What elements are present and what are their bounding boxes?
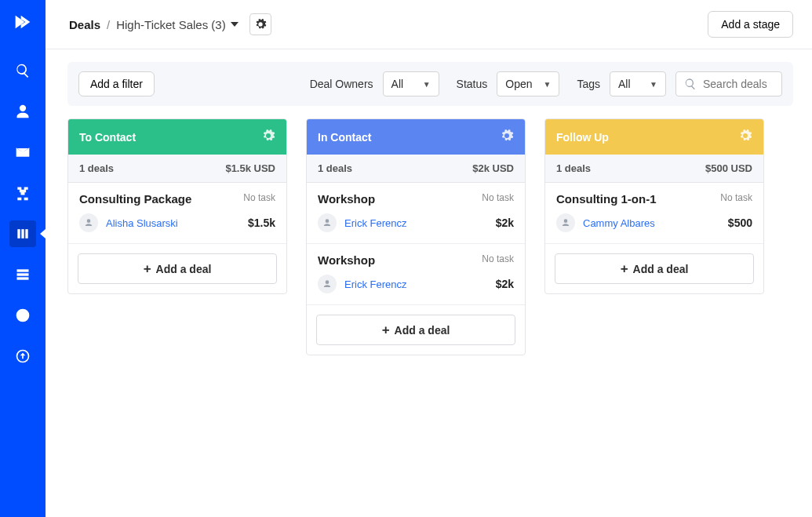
tags-label: Tags — [577, 78, 600, 90]
deal-owner-link[interactable]: Erick Ferencz — [344, 279, 406, 290]
deal-title: Consulting 1-on-1 — [556, 192, 657, 206]
deal-task-status: No task — [243, 192, 275, 203]
stage-deal-count: 1 deals — [556, 162, 591, 174]
search-deals-box[interactable] — [675, 71, 782, 96]
add-deal-button[interactable]: + Add a deal — [555, 253, 754, 284]
stage-header: In Contact — [307, 119, 525, 155]
deal-owner-link[interactable]: Erick Ferencz — [344, 217, 406, 229]
deal-owner: Erick Ferencz — [318, 213, 406, 232]
avatar — [556, 213, 575, 232]
filter-bar: Add a filter Deal Owners All ▼ Status Op… — [67, 62, 793, 106]
breadcrumb-current: High-Ticket Sales (3) — [116, 18, 225, 31]
deal-task-status: No task — [482, 192, 514, 203]
deal-title: Workshop — [318, 253, 375, 267]
stage-settings-button[interactable] — [738, 129, 752, 145]
svg-rect-2 — [25, 229, 27, 238]
add-deal-label: Add a deal — [633, 263, 689, 275]
stage-header: Follow Up — [545, 119, 763, 155]
stage-column: Follow Up 1 deals $500 USD Consulting 1-… — [544, 118, 764, 294]
stage-deal-count: 1 deals — [318, 162, 352, 174]
deal-task-status: No task — [482, 253, 514, 264]
chevron-down-icon — [231, 20, 239, 28]
chevron-down-icon: ▼ — [423, 80, 431, 89]
campaigns-icon[interactable] — [9, 139, 36, 166]
deal-owner-link[interactable]: Alisha Slusarski — [106, 217, 178, 229]
search-icon — [684, 78, 697, 90]
avatar — [318, 213, 337, 232]
add-deal-label: Add a deal — [395, 324, 450, 337]
sidebar — [0, 0, 46, 517]
breadcrumb-root[interactable]: Deals — [69, 18, 100, 31]
stage-summary: 1 deals $1.5k USD — [68, 155, 286, 183]
stage-summary: 1 deals $500 USD — [545, 155, 763, 183]
automations-icon[interactable] — [9, 180, 36, 206]
app-logo — [12, 11, 34, 35]
add-filter-button[interactable]: Add a filter — [78, 71, 155, 96]
svg-rect-3 — [17, 269, 29, 271]
tags-select[interactable]: All ▼ — [610, 71, 666, 96]
lists-icon[interactable] — [9, 261, 36, 288]
deal-owner: Cammy Albares — [556, 213, 655, 232]
reports-icon[interactable] — [9, 302, 36, 329]
breadcrumb: Deals / High-Ticket Sales (3) — [69, 13, 271, 35]
deal-owner-link[interactable]: Cammy Albares — [583, 217, 655, 229]
status-label: Status — [457, 78, 488, 90]
add-deal-label: Add a deal — [156, 263, 212, 275]
stage-total: $1.5k USD — [225, 162, 275, 174]
breadcrumb-separator: / — [107, 18, 110, 31]
chevron-down-icon: ▼ — [650, 80, 657, 89]
chevron-down-icon: ▼ — [544, 80, 552, 89]
plus-icon: + — [382, 323, 390, 337]
deal-card[interactable]: Consulting Package No task Alisha Slusar… — [68, 183, 286, 244]
stage-summary: 1 deals $2k USD — [307, 155, 525, 183]
deal-card[interactable]: Workshop No task Erick Ferencz $2k — [307, 244, 525, 305]
stage-settings-button[interactable] — [261, 129, 275, 145]
deal-owners-label: Deal Owners — [310, 78, 373, 90]
topbar: Deals / High-Ticket Sales (3) Add a stag… — [46, 0, 812, 49]
stage-deal-count: 1 deals — [79, 162, 114, 174]
stage-total: $500 USD — [705, 162, 752, 174]
stage-settings-button[interactable] — [500, 129, 514, 145]
avatar — [318, 275, 337, 293]
deal-title: Consulting Package — [79, 192, 191, 206]
svg-rect-5 — [17, 277, 29, 279]
plus-icon: + — [144, 262, 151, 275]
avatar — [79, 213, 98, 232]
svg-rect-4 — [17, 273, 29, 275]
add-deal-button[interactable]: + Add a deal — [316, 315, 515, 345]
search-icon[interactable] — [9, 57, 36, 84]
pipeline-switcher[interactable]: High-Ticket Sales (3) — [116, 18, 238, 31]
stage-title: Follow Up — [556, 131, 609, 144]
search-input[interactable] — [703, 78, 774, 90]
upload-icon[interactable] — [9, 343, 36, 370]
stage-header: To Contact — [68, 119, 286, 155]
svg-rect-1 — [21, 229, 24, 238]
deal-card[interactable]: Consulting 1-on-1 No task Cammy Albares … — [545, 183, 763, 244]
deal-amount: $2k — [496, 217, 514, 229]
deal-task-status: No task — [720, 192, 752, 203]
stage-total: $2k USD — [472, 162, 514, 174]
deal-amount: $1.5k — [248, 217, 275, 229]
main: Deals / High-Ticket Sales (3) Add a stag… — [46, 0, 812, 517]
status-select[interactable]: Open ▼ — [497, 71, 559, 96]
deals-icon[interactable] — [9, 220, 36, 247]
deal-amount: $2k — [496, 278, 514, 290]
contacts-icon[interactable] — [9, 98, 36, 125]
stage-column: In Contact 1 deals $2k USD Workshop No t… — [306, 118, 526, 355]
stage-title: To Contact — [79, 131, 136, 144]
deal-owners-select[interactable]: All ▼ — [383, 71, 439, 96]
deal-title: Workshop — [318, 192, 375, 206]
svg-rect-0 — [17, 229, 20, 238]
pipeline-settings-button[interactable] — [249, 13, 271, 35]
add-stage-button[interactable]: Add a stage — [708, 11, 793, 38]
gear-icon — [254, 18, 267, 31]
deal-amount: $500 — [728, 217, 752, 229]
deal-owner: Alisha Slusarski — [79, 213, 178, 232]
deals-board: To Contact 1 deals $1.5k USD Consulting … — [46, 118, 812, 355]
deal-card[interactable]: Workshop No task Erick Ferencz $2k — [307, 183, 525, 244]
plus-icon: + — [621, 262, 628, 275]
stage-column: To Contact 1 deals $1.5k USD Consulting … — [67, 118, 287, 294]
deal-owner: Erick Ferencz — [318, 275, 406, 293]
add-deal-button[interactable]: + Add a deal — [78, 253, 277, 284]
stage-title: In Contact — [318, 131, 371, 144]
